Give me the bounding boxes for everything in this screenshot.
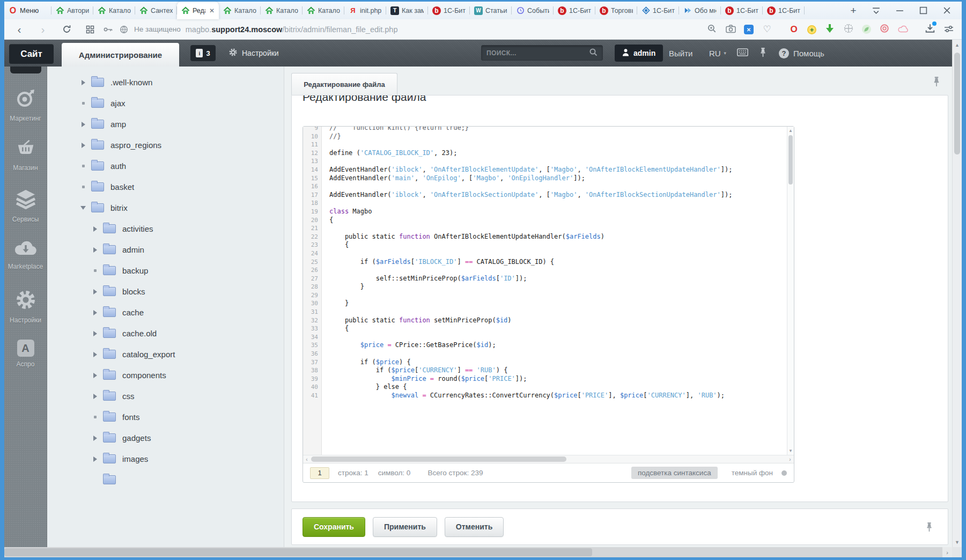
tree-item-cache[interactable]: cache [47,302,284,323]
cancel-button[interactable]: Отменить [445,517,504,537]
sidebar-item-marketplace[interactable]: Marketplace [4,239,47,275]
reload-icon[interactable] [61,24,72,35]
opera-ext-icon[interactable]: O [788,24,799,35]
editor-hscroll-thumb[interactable] [311,456,566,462]
tree-toggle-icon[interactable] [79,186,87,188]
tree-toggle-icon[interactable] [79,80,87,85]
sidebar-item-сервисы[interactable]: Сервисы [4,188,47,225]
forward-icon[interactable]: › [38,24,48,35]
buttons-pin-icon[interactable] [926,522,933,532]
user-button[interactable]: admin [615,45,663,62]
browser-tab[interactable]: TКак заме [386,2,428,19]
tree-item-bitrix[interactable]: bitrix [47,197,284,218]
tree-item-fonts[interactable]: fonts [47,407,284,428]
browser-tab[interactable]: Каталог н [219,2,261,19]
browser-tab[interactable]: Сантехни [135,2,177,19]
spiral-icon[interactable] [879,23,890,35]
browser-tab[interactable]: Авториза [51,2,93,19]
browser-tab[interactable]: WСтатьи [470,2,512,19]
browser-tab[interactable]: Каталог ( [303,2,344,19]
panel-pin-icon[interactable] [933,76,940,87]
tab-file-edit[interactable]: Редактирование файла [291,73,397,95]
tree-toggle-icon[interactable] [91,289,99,294]
browser-tab[interactable]: Каталог ( [93,2,135,19]
tree-item-css[interactable]: css [47,386,284,407]
page-scroll-up-icon[interactable]: ▲ [953,42,962,48]
tree-item-catalog_export[interactable]: catalog_export [47,344,284,365]
dark-theme-toggle-dot[interactable] [781,470,787,476]
tree-item-partial[interactable] [47,469,284,486]
tree-toggle-icon[interactable] [91,247,99,253]
maximize-button[interactable] [911,2,935,19]
browser-menu-button[interactable]: OМеню [4,2,51,19]
site-button[interactable]: Сайт [9,44,54,64]
browser-tab[interactable]: Яinit.php [344,2,386,19]
tree-toggle-icon[interactable] [91,436,99,441]
browser-tab[interactable]: b1С-Битр [721,2,763,19]
page-vertical-scrollbar[interactable]: ▲ ▼ [952,40,962,547]
tree-item-ajax[interactable]: ajax [47,93,284,114]
scroll-left-icon[interactable]: ‹ [303,455,311,463]
page-vscroll-thumb[interactable] [954,53,960,154]
shield-icon[interactable]: ✕ [744,24,754,35]
header-settings-button[interactable]: Настройки [228,40,279,67]
header-pin-button[interactable] [759,40,766,67]
url-text[interactable]: magbo.support24.moscow/bitrix/admin/file… [186,25,398,34]
heart-icon[interactable]: ♡ [762,24,772,35]
code-area[interactable]: 9101112131415161718192021222324252627282… [303,127,794,455]
tree-item-auth[interactable]: auth [47,156,284,176]
address-field[interactable]: Не защищено magbo.support24.moscow/bitri… [103,24,699,35]
help-button[interactable]: ? Помощь [779,40,824,67]
page-scroll-down-icon[interactable]: ▼ [953,540,962,545]
tree-toggle-icon[interactable] [91,310,99,315]
sidebar-item-маркетинг[interactable]: Маркетинг [4,87,47,124]
minimize-button[interactable] [888,2,911,19]
browser-tab[interactable]: b1С-Битр [763,2,805,19]
security-label[interactable]: Не защищено [134,25,181,33]
tree-item-gadgets[interactable]: gadgets [47,428,284,448]
notifications-button[interactable]: i 3 [190,45,216,61]
close-button[interactable] [935,2,958,19]
tree-toggle-icon[interactable] [79,102,87,105]
scroll-right-icon[interactable]: › [786,455,794,463]
camera-icon[interactable] [725,24,736,35]
scroll-down-icon[interactable]: ▼ [787,448,794,453]
search-input[interactable] [486,49,589,57]
sidebar-item-магазин[interactable]: Магазин [4,138,47,174]
tree-item-admin[interactable]: admin [47,239,284,260]
tree-item-basket[interactable]: basket [47,176,284,197]
speeddial-icon[interactable] [85,24,95,35]
tree-item-blocks[interactable]: blocks [47,281,284,302]
language-selector[interactable]: RU▼ [709,40,727,67]
logout-link[interactable]: Выйти [669,40,692,67]
tree-toggle-icon[interactable] [91,226,99,232]
tree-toggle-icon[interactable] [79,206,87,210]
tree-item-backup[interactable]: backup [47,260,284,281]
browser-tab[interactable]: Обо мне [679,2,721,19]
green-arrow-icon[interactable] [824,23,835,35]
globe-gray-icon[interactable] [843,23,854,35]
tab-close-icon[interactable]: ✕ [208,7,215,14]
tree-item-activities[interactable]: activities [47,218,284,239]
tabs-menu-button[interactable] [864,2,888,19]
leaf-icon[interactable] [862,25,871,34]
scroll-up-icon[interactable]: ▲ [787,128,794,133]
page-scroll-right-icon[interactable]: › [942,547,952,557]
editor-vertical-scrollbar[interactable]: ▲ ▼ [787,127,794,455]
tree-item-amp[interactable]: amp [47,114,284,135]
apply-button[interactable]: Применить [373,517,437,537]
tree-item-cache.old[interactable]: cache.old [47,323,284,344]
tree-toggle-icon[interactable] [91,416,99,418]
tree-item-aspro_regions[interactable]: aspro_regions [47,135,284,156]
tree-toggle-icon[interactable] [79,165,87,167]
page-horizontal-scrollbar[interactable]: › [4,547,952,557]
tree-item-.well-known[interactable]: .well-known [47,72,284,93]
browser-tab[interactable]: 1С-Битр [637,2,679,19]
save-button[interactable]: Сохранить [303,517,365,537]
sidebar-item-настройки[interactable]: Настройки [4,289,47,326]
browser-tab[interactable]: Событие [512,2,554,19]
code-text[interactable]: // function kint() {return true;}//}defi… [322,127,787,455]
tree-toggle-icon[interactable] [79,122,87,127]
cloud-icon[interactable] [898,24,909,35]
tree-item-components[interactable]: components [47,365,284,386]
